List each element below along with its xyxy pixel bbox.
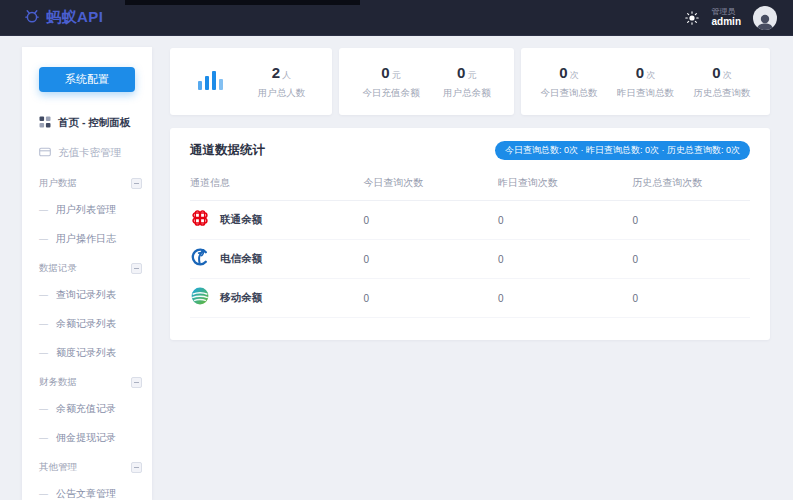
sidebar-item-recharge-cards[interactable]: 充值卡密管理 [22, 138, 152, 168]
top-navbar: 蚂蚁API 管理员 admin [0, 0, 793, 36]
mobile-logo-icon [190, 286, 210, 310]
dash-bullet: — [39, 205, 48, 215]
cell-today: 0 [364, 240, 498, 279]
collapse-minus-icon[interactable] [131, 462, 142, 473]
stat-label: 用户总余额 [443, 87, 491, 100]
channel-stats-panel: 通道数据统计 今日查询总数: 0次 · 昨日查询总数: 0次 · 历史总查询数:… [170, 128, 770, 340]
stat-label: 昨日查询总数 [617, 87, 674, 100]
sidebar-item-recharge-records[interactable]: — 余额充值记录 [22, 394, 152, 423]
table-header-row: 通道信息 今日查询次数 昨日查询次数 历史总查询次数 [190, 168, 750, 201]
stat-value: 2 [272, 64, 280, 81]
stat-unit: 次 [646, 70, 655, 80]
sidebar-item-query-records[interactable]: — 查询记录列表 [22, 280, 152, 309]
sidebar-section-other[interactable]: 其他管理 [22, 452, 152, 479]
app-logo[interactable]: 蚂蚁API [24, 8, 104, 27]
channel-name: 联通余额 [220, 213, 262, 227]
channel-table: 通道信息 今日查询次数 昨日查询次数 历史总查询次数 [190, 168, 750, 318]
stat-value: 0 [457, 64, 465, 81]
stat-card-balance: 0元 今日充值余额 0元 用户总余额 [339, 48, 514, 115]
section-title-label: 其他管理 [39, 461, 77, 474]
stat-label: 用户总人数 [258, 87, 306, 100]
stat-label: 历史总查询数 [694, 87, 751, 100]
column-header: 通道信息 [190, 168, 364, 201]
stat-queries-yesterday: 0次 昨日查询总数 [617, 64, 674, 100]
cell-today: 0 [364, 279, 498, 318]
sidebar-item-label: 查询记录列表 [56, 288, 116, 302]
stat-value: 0 [636, 64, 644, 81]
cell-history: 0 [632, 279, 750, 318]
stat-unit: 元 [392, 70, 401, 80]
header-right: 管理员 admin [684, 6, 777, 30]
stat-recharge-today: 0元 今日充值余额 [363, 64, 420, 100]
collapse-minus-icon[interactable] [131, 263, 142, 274]
section-title-label: 用户数据 [39, 177, 77, 190]
collapse-minus-icon[interactable] [131, 178, 142, 189]
app-logo-text: 蚂蚁API [46, 8, 104, 27]
sidebar-item-withdraw-records[interactable]: — 佣金提现记录 [22, 423, 152, 452]
table-row: 联通余额 0 0 0 [190, 201, 750, 240]
stat-value: 0 [712, 64, 720, 81]
channel-name: 移动余额 [220, 291, 262, 305]
card-icon [39, 146, 51, 160]
collapse-minus-icon[interactable] [131, 377, 142, 388]
section-title-label: 财务数据 [39, 376, 77, 389]
channel-name: 电信余额 [220, 252, 262, 266]
sidebar-item-quota-records[interactable]: — 额度记录列表 [22, 338, 152, 367]
sidebar-item-label: 充值卡密管理 [58, 146, 121, 160]
sidebar-item-label: 用户操作日志 [56, 232, 116, 246]
sidebar-section-user-data[interactable]: 用户数据 [22, 168, 152, 195]
bar-chart-icon [197, 69, 223, 95]
system-config-button[interactable]: 系统配置 [39, 67, 135, 92]
stat-value: 0 [381, 64, 389, 81]
user-role: 管理员 [712, 7, 741, 16]
sidebar-item-dashboard[interactable]: 首页 - 控制面板 [22, 108, 152, 138]
stat-card-queries: 0次 今日查询总数 0次 昨日查询总数 0次 历史总查询数 [521, 48, 770, 115]
avatar[interactable] [753, 6, 777, 30]
cell-today: 0 [364, 201, 498, 240]
sidebar-item-label: 首页 - 控制面板 [58, 116, 130, 130]
sidebar-item-label: 佣金提现记录 [56, 431, 116, 445]
sun-icon[interactable] [684, 10, 700, 26]
cell-history: 0 [632, 201, 750, 240]
column-header: 历史总查询次数 [632, 168, 750, 201]
panel-header: 通道数据统计 今日查询总数: 0次 · 昨日查询总数: 0次 · 历史总查询数:… [190, 141, 750, 160]
unicom-logo-icon [190, 208, 210, 232]
sidebar-item-user-log[interactable]: — 用户操作日志 [22, 224, 152, 253]
sidebar: 系统配置 首页 - 控制面板 充值卡密管理 用户数据 — 用户列表管理 [22, 47, 152, 500]
sidebar-item-user-list[interactable]: — 用户列表管理 [22, 195, 152, 224]
query-summary-badge: 今日查询总数: 0次 · 昨日查询总数: 0次 · 历史总查询数: 0次 [495, 141, 750, 160]
sidebar-section-data-records[interactable]: 数据记录 [22, 253, 152, 280]
user-name: admin [712, 16, 741, 28]
sidebar-section-finance[interactable]: 财务数据 [22, 367, 152, 394]
dash-bullet: — [39, 404, 48, 414]
dash-bullet: — [39, 433, 48, 443]
sidebar-item-balance-records[interactable]: — 余额记录列表 [22, 309, 152, 338]
cell-history: 0 [632, 240, 750, 279]
stat-card-users: 2人 用户总人数 [170, 48, 332, 115]
stat-unit: 元 [467, 70, 476, 80]
cell-yesterday: 0 [498, 240, 632, 279]
stat-queries-today: 0次 今日查询总数 [541, 64, 598, 100]
stat-value: 0 [559, 64, 567, 81]
column-header: 今日查询次数 [364, 168, 498, 201]
stat-unit: 次 [570, 70, 579, 80]
dash-bullet: — [39, 234, 48, 244]
sidebar-item-label: 余额充值记录 [56, 402, 116, 416]
dash-bullet: — [39, 319, 48, 329]
stat-balance-total: 0元 用户总余额 [443, 64, 491, 100]
stat-queries-history: 0次 历史总查询数 [694, 64, 751, 100]
dashboard-icon [39, 116, 51, 130]
ant-icon [24, 8, 40, 27]
sidebar-item-announcements[interactable]: — 公告文章管理 [22, 479, 152, 500]
dash-bullet: — [39, 348, 48, 358]
dash-bullet: — [39, 290, 48, 300]
sidebar-item-label: 额度记录列表 [56, 346, 116, 360]
table-row: 电信余额 0 0 0 [190, 240, 750, 279]
stat-unit: 人 [282, 70, 291, 80]
user-info: 管理员 admin [712, 7, 741, 28]
main-content: 2人 用户总人数 0元 今日充值余额 0元 用户总余额 0次 今日查询总数 0次… [170, 48, 770, 340]
dash-bullet: — [39, 489, 48, 499]
stat-label: 今日查询总数 [541, 87, 598, 100]
section-title-label: 数据记录 [39, 262, 77, 275]
cell-yesterday: 0 [498, 201, 632, 240]
